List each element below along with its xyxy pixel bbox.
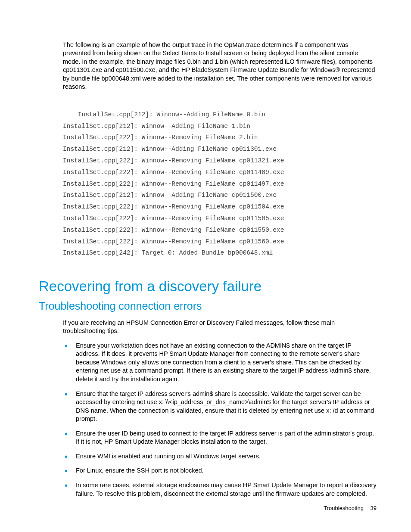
- trace-output-block: InstallSet.cpp[212]: Winnow--Adding File…: [63, 97, 377, 271]
- code-line: InstallSet.cpp[222]: Winnow--Removing Fi…: [63, 180, 284, 187]
- code-line: InstallSet.cpp[212]: Winnow--Adding File…: [63, 192, 277, 199]
- code-line: InstallSet.cpp[222]: Winnow--Removing Fi…: [63, 238, 284, 245]
- list-item: For Linux, ensure the SSH port is not bl…: [76, 467, 377, 475]
- heading-recovering: Recovering from a discovery failure: [39, 278, 377, 295]
- heading-troubleshooting: Troubleshooting connection errors: [39, 300, 377, 312]
- code-line: InstallSet.cpp[212]: Winnow--Adding File…: [78, 111, 265, 118]
- code-line: InstallSet.cpp[212]: Winnow--Adding File…: [63, 123, 250, 130]
- code-line: InstallSet.cpp[222]: Winnow--Removing Fi…: [63, 134, 258, 141]
- footer-section: Troubleshooting: [324, 505, 364, 511]
- page-footer: Troubleshooting 39: [324, 505, 377, 511]
- list-item: Ensure that the target IP address server…: [76, 390, 377, 423]
- code-line: InstallSet.cpp[212]: Winnow--Adding File…: [63, 146, 277, 152]
- intro-paragraph: The following is an example of how the o…: [63, 41, 377, 91]
- code-line: InstallSet.cpp[222]: Winnow--Removing Fi…: [63, 203, 284, 210]
- code-line: InstallSet.cpp[222]: Winnow--Removing Fi…: [63, 169, 284, 176]
- troubleshooting-intro: If you are receiving an HPSUM Connection…: [63, 319, 377, 336]
- list-item: Ensure WMI is enabled and running on all…: [76, 452, 377, 461]
- code-line: InstallSet.cpp[222]: Winnow--Removing Fi…: [63, 215, 284, 222]
- document-page: The following is an example of how the o…: [0, 0, 411, 532]
- code-line: InstallSet.cpp[242]: Target 0: Added Bun…: [63, 249, 273, 256]
- code-line: InstallSet.cpp[222]: Winnow--Removing Fi…: [63, 157, 284, 164]
- list-item: Ensure the user ID being used to connect…: [76, 429, 377, 446]
- troubleshooting-list: Ensure your workstation does not have an…: [63, 342, 377, 498]
- footer-page-number: 39: [371, 505, 377, 511]
- list-item: Ensure your workstation does not have an…: [76, 342, 377, 384]
- code-line: InstallSet.cpp[222]: Winnow--Removing Fi…: [63, 227, 284, 233]
- list-item: In some rare cases, external storage enc…: [76, 481, 377, 498]
